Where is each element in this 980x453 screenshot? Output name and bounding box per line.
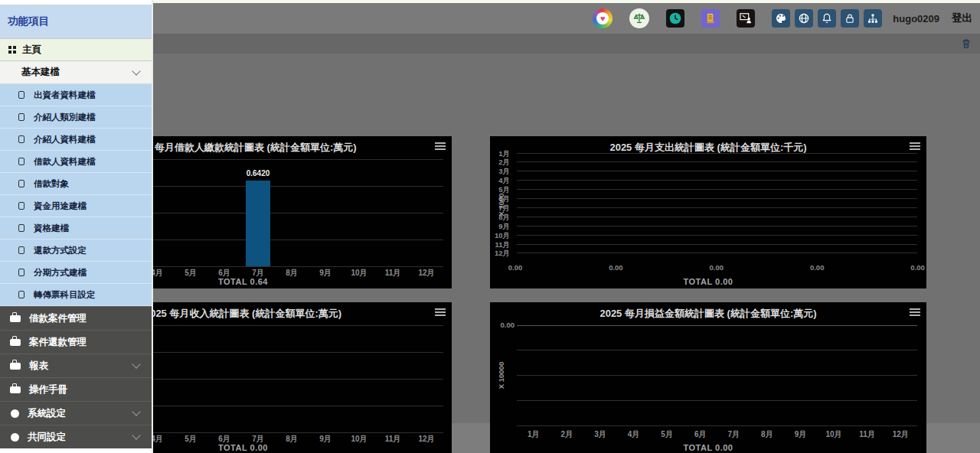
- sidebar-item-common-settings[interactable]: 共同設定: [0, 425, 152, 448]
- x-axis-label: 10月: [817, 429, 851, 440]
- clock-icon[interactable]: [666, 9, 684, 28]
- sidebar-item-label: 案件還款管理: [29, 336, 87, 349]
- x-axis-label: 7月: [717, 429, 751, 440]
- sidebar-item-reports[interactable]: 報表: [0, 354, 152, 377]
- gridline: [517, 350, 917, 350]
- bar-value-label: 0.6420: [235, 169, 281, 178]
- gridline: [517, 217, 917, 217]
- sidebar-item-system-settings[interactable]: 系統設定: [0, 401, 152, 425]
- briefcase-icon: [10, 363, 21, 370]
- gridline: [517, 207, 917, 208]
- sidebar-item-label: 主頁: [22, 44, 41, 57]
- wreath-logo-icon[interactable]: ♥: [593, 8, 612, 28]
- x-axis-tick: 0.00: [701, 263, 732, 272]
- sidebar-item-label: 介紹人類別建檔: [34, 112, 96, 123]
- heart-glyph: ♥: [596, 12, 609, 24]
- logout-button[interactable]: 登出: [952, 11, 972, 25]
- gridline: [517, 180, 917, 181]
- sidebar-item-home[interactable]: 主頁: [0, 38, 152, 61]
- sidebar-item-introducer-category[interactable]: 介紹人類別建檔: [0, 106, 152, 129]
- sidebar-item-label: 報表: [29, 360, 48, 373]
- sidebar-title: 功能項目: [0, 5, 152, 38]
- x-axis-label: 5月: [650, 429, 684, 440]
- sidebar-item-label: 系統設定: [28, 407, 66, 420]
- briefcase-icon: [10, 315, 21, 322]
- sidebar-item-loan-case-mgmt[interactable]: 借款案件管理: [0, 306, 152, 330]
- x-axis-label: 8月: [750, 429, 784, 440]
- gridline: [517, 400, 917, 401]
- balance-scales-icon[interactable]: [629, 8, 649, 28]
- x-axis-label: 1月: [517, 429, 550, 440]
- sidebar-item-introducer-data[interactable]: 介紹人資料建檔: [0, 129, 152, 151]
- gridline: [517, 235, 917, 236]
- gridline: [517, 244, 917, 245]
- palette-icon[interactable]: [772, 9, 790, 28]
- circle-icon: [11, 433, 19, 442]
- x-axis-tick: 0.00: [600, 263, 631, 272]
- square-icon: [18, 113, 24, 121]
- chart-bar: [246, 181, 270, 266]
- square-icon: [18, 246, 24, 254]
- chart-total-label: TOTAL 0.00: [490, 443, 926, 452]
- briefcase-icon: [10, 386, 21, 393]
- chart-plot: 0.001月2月3月4月5月6月7月8月9月10月11月12月X 10000: [490, 302, 926, 453]
- sidebar-item-label: 還款方式設定: [34, 245, 87, 256]
- y-axis-title: X 10000: [497, 353, 505, 399]
- scroll-icon[interactable]: [701, 9, 720, 28]
- sidebar-item-fund-usage[interactable]: 資金用途建檔: [0, 195, 152, 217]
- circle-icon: [11, 409, 19, 418]
- square-icon: [18, 269, 24, 276]
- sidebar-item-label: 借款人資料建檔: [34, 156, 96, 168]
- gridline: [517, 171, 917, 171]
- sidebar-item-repayment-method[interactable]: 還款方式設定: [0, 240, 152, 262]
- chevron-down-icon: [132, 407, 140, 416]
- gridline: [517, 425, 917, 426]
- square-icon: [18, 158, 24, 165]
- sidebar-item-loan-target[interactable]: 借款對象: [0, 173, 152, 195]
- y-axis-title: X 1000: [497, 182, 505, 228]
- trash-icon[interactable]: [960, 37, 972, 50]
- username: hugo0209: [893, 13, 939, 24]
- sidebar-item-installment-method[interactable]: 分期方式建檔: [0, 262, 152, 284]
- x-axis-tick: 0.00: [802, 263, 832, 272]
- x-axis-tick: 0.00: [500, 263, 531, 272]
- sidebar-item-label: 共同設定: [28, 431, 66, 444]
- sidebar-item-label: 資金用途建檔: [34, 200, 87, 212]
- sidebar-item-label: 操作手冊: [29, 383, 67, 396]
- sidebar-item-voucher-subject[interactable]: 轉傳票科目設定: [0, 284, 152, 306]
- topbar-icon-row: ♥: [593, 8, 882, 28]
- presentation-icon[interactable]: [737, 9, 755, 28]
- chevron-down-icon: [132, 67, 140, 75]
- sidebar-item-case-repayment-mgmt[interactable]: 案件還款管理: [0, 330, 152, 354]
- square-icon: [18, 135, 24, 143]
- sidebar-nav: 主頁基本建檔出資者資料建檔介紹人類別建檔介紹人資料建檔借款人資料建檔借款對象資金…: [0, 38, 152, 448]
- sidebar-item-qualification[interactable]: 資格建檔: [0, 217, 152, 240]
- gridline: [517, 198, 917, 199]
- square-icon: [18, 291, 24, 298]
- sidebar-item-manual[interactable]: 操作手冊: [0, 377, 152, 401]
- x-axis-label: 3月: [583, 429, 617, 440]
- gridline: [517, 253, 917, 253]
- x-axis-tick: 0.00: [903, 263, 933, 272]
- chart-plot: 1月2月3月4月5月6月7月8月9月10月11月12月0.000.000.000…: [490, 136, 926, 288]
- x-axis-label: 6月: [684, 429, 717, 440]
- gridline: [517, 375, 917, 376]
- sidebar-item-investor-data[interactable]: 出資者資料建檔: [0, 84, 152, 106]
- gridline: [517, 189, 917, 190]
- x-axis-label: 12月: [884, 429, 917, 440]
- gridline: [517, 161, 917, 162]
- lock-icon[interactable]: [841, 9, 859, 28]
- sidebar-item-label: 轉傳票科目設定: [34, 289, 96, 301]
- sidebar-item-label: 分期方式建檔: [34, 267, 87, 279]
- x-axis-label: 9月: [784, 429, 818, 440]
- zero-tick-label: 0.00: [492, 321, 514, 329]
- y-axis-label: 12月: [490, 249, 510, 259]
- globe-icon[interactable]: [795, 9, 813, 28]
- sitemap-icon[interactable]: [864, 9, 882, 28]
- sidebar-item-borrower-data[interactable]: 借款人資料建檔: [0, 151, 152, 173]
- bell-icon[interactable]: [818, 9, 836, 28]
- sidebar-item-basic-data[interactable]: 基本建檔: [0, 61, 152, 84]
- square-icon: [18, 202, 24, 210]
- chevron-down-icon: [132, 360, 140, 368]
- chart-panel-expense: 2025 每月支出統計圖表 (統計金額單位:千元) 1月2月3月4月5月6月7月…: [490, 136, 926, 288]
